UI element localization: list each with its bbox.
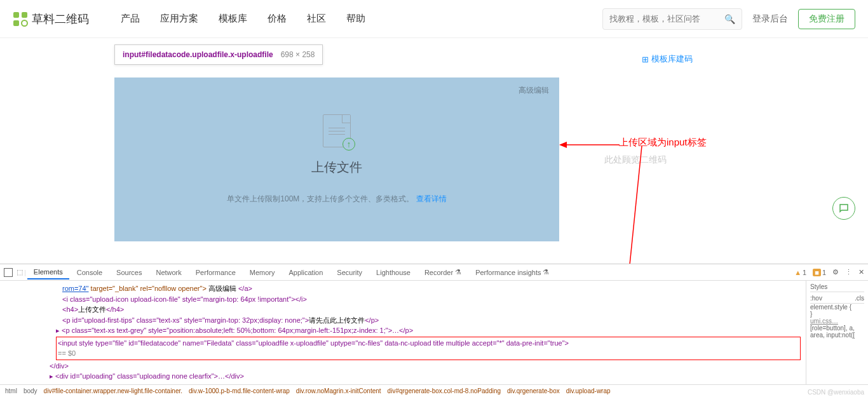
element-tooltip: input#filedatacode.uploadfile.x-uploadfi…	[114, 44, 323, 65]
crumb[interactable]: html	[5, 387, 17, 394]
nav-templates[interactable]: 模板库	[219, 13, 247, 25]
annotation-text: 上传区域为input标签	[619, 137, 707, 149]
crumb[interactable]: div#file-container.wrapper.new-light.fil…	[44, 387, 182, 394]
search-icon[interactable]: 🔍	[724, 14, 735, 24]
crumb[interactable]: div#qrgenerate-box.col-md-8.noPadding	[388, 387, 501, 394]
hov-toggle[interactable]: :hov	[810, 295, 822, 302]
warning-badge[interactable]: ▲1	[794, 269, 806, 276]
close-icon[interactable]: ✕	[858, 268, 864, 276]
search-input[interactable]	[609, 14, 724, 24]
tooltip-dimensions: 698 × 258	[281, 50, 315, 59]
crumb[interactable]: div.qrgenerate-box	[507, 387, 560, 394]
tab-network[interactable]: Network	[149, 266, 187, 279]
breadcrumb[interactable]: html body div#file-container.wrapper.new…	[0, 384, 868, 397]
crumb[interactable]: div.upload-wrap	[566, 387, 611, 394]
grid-icon: ⊞	[642, 55, 649, 64]
search-box[interactable]: 🔍	[602, 8, 742, 30]
crumb[interactable]: body	[24, 387, 37, 394]
content-area: 片 微信 表单 批量生码 更多工具 ⊞ 模板库建码 高级编辑 ↑ 上传文件 单文…	[0, 38, 868, 241]
upload-title: 上传文件	[311, 159, 362, 176]
devtools-body: rom=74" target="_blank" rel="nofllow ope…	[0, 281, 868, 384]
styles-header: Styles	[810, 283, 864, 292]
tab-elements[interactable]: Elements	[27, 266, 69, 279]
tab-application[interactable]: Application	[283, 266, 330, 279]
svg-rect-3	[22, 20, 27, 26]
inspect-icon[interactable]	[4, 268, 13, 277]
highlighted-element[interactable]: <input style type="file" id="filedatacod…	[56, 337, 801, 360]
crumb[interactable]: div.row.noMagrin.x-initContent	[296, 387, 381, 394]
style-source[interactable]: umi.css…	[810, 318, 864, 325]
upload-tip: 单文件上传限制100M，支持上传多个文件、多类格式。 查看详情	[227, 194, 446, 205]
devtools-panel: ⬚ | Elements Console Sources Network Per…	[0, 264, 868, 397]
style-rule: [role=button], a, area, input:not([	[810, 325, 864, 339]
file-icon: ↑	[323, 114, 351, 147]
nav-solutions[interactable]: 应用方案	[160, 13, 198, 25]
login-link[interactable]: 登录后台	[752, 13, 788, 25]
plus-icon: ↑	[342, 138, 355, 151]
main-nav: 产品 应用方案 模板库 价格 社区 帮助	[121, 13, 365, 25]
tab-lighthouse[interactable]: Lighthouse	[370, 266, 417, 279]
devtools-tabs: ⬚ | Elements Console Sources Network Per…	[0, 264, 868, 281]
style-rule: element.style {	[810, 304, 864, 311]
logo-text: 草料二维码	[32, 11, 89, 27]
register-button[interactable]: 免费注册	[798, 9, 855, 29]
nav-pricing[interactable]: 价格	[268, 13, 287, 25]
tab-security[interactable]: Security	[330, 266, 369, 279]
crumb[interactable]: div.w-1000.p-b-md.file-content-wrap	[189, 387, 290, 394]
devtools-right: ▲1 ■1 ⚙ ⋮ ✕	[794, 268, 864, 276]
gear-icon[interactable]: ⚙	[832, 268, 839, 276]
qr-preview: 此处顾览二维码	[578, 103, 693, 217]
svg-rect-0	[13, 12, 19, 18]
style-rule: }	[810, 311, 864, 318]
chat-icon	[838, 203, 850, 214]
logo[interactable]: 草料二维码	[13, 11, 89, 27]
tab-memory[interactable]: Memory	[243, 266, 281, 279]
upload-detail-link[interactable]: 查看详情	[416, 194, 447, 203]
flask-icon: ⚗	[543, 268, 549, 276]
main-header: 草料二维码 产品 应用方案 模板库 价格 社区 帮助 🔍 登录后台 免费注册	[0, 0, 868, 38]
advanced-edit-link[interactable]: 高级编辑	[519, 85, 549, 96]
logo-icon	[13, 11, 28, 27]
watermark: CSDN @wenxiaoba	[808, 389, 864, 396]
device-icon[interactable]: ⬚	[17, 268, 23, 276]
tab-recorder[interactable]: Recorder⚗	[418, 266, 468, 279]
svg-rect-1	[22, 12, 27, 18]
chat-button[interactable]	[832, 197, 855, 220]
flask-icon: ⚗	[455, 268, 461, 276]
tab-performance[interactable]: Performance	[189, 266, 242, 279]
upload-dropzone[interactable]: 高级编辑 ↑ 上传文件 单文件上传限制100M，支持上传多个文件、多类格式。 查…	[114, 77, 559, 241]
issue-badge[interactable]: ■1	[813, 269, 826, 276]
kebab-icon[interactable]: ⋮	[845, 268, 852, 276]
nav-community[interactable]: 社区	[307, 13, 326, 25]
upload-tip-text: 单文件上传限制100M，支持上传多个文件、多类格式。	[227, 194, 414, 203]
header-right: 🔍 登录后台 免费注册	[602, 8, 855, 30]
template-lib-link[interactable]: ⊞ 模板库建码	[642, 53, 693, 65]
styles-pane[interactable]: Styles :hov .cls element.style { } umi.c…	[806, 281, 868, 384]
template-link-label: 模板库建码	[651, 53, 693, 65]
elements-tree[interactable]: rom=74" target="_blank" rel="nofllow ope…	[0, 281, 806, 384]
tooltip-selector: input#filedatacode.uploadfile.x-uploadfi…	[123, 50, 273, 59]
tab-perf-insights[interactable]: Performance insights⚗	[469, 266, 555, 279]
nav-product[interactable]: 产品	[121, 13, 140, 25]
svg-rect-2	[13, 20, 19, 26]
tab-sources[interactable]: Sources	[110, 266, 148, 279]
nav-help[interactable]: 帮助	[346, 13, 365, 25]
content-row: 高级编辑 ↑ 上传文件 单文件上传限制100M，支持上传多个文件、多类格式。 查…	[114, 77, 754, 241]
cls-toggle[interactable]: .cls	[855, 295, 864, 302]
tab-console[interactable]: Console	[71, 266, 109, 279]
